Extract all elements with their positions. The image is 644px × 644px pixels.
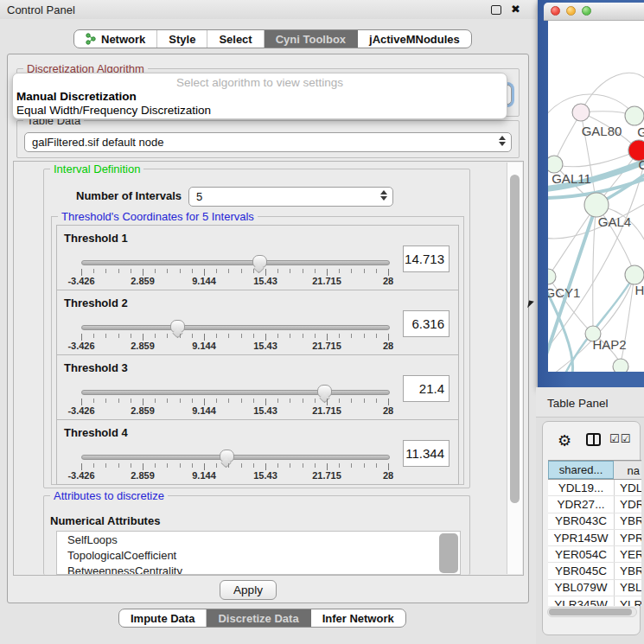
slider-thumb[interactable]: [170, 320, 185, 333]
list-scrollbar[interactable]: [439, 533, 458, 573]
tab-select[interactable]: Select: [207, 30, 264, 48]
tab-style[interactable]: Style: [157, 30, 207, 48]
cell-name[interactable]: YDR2: [615, 496, 641, 512]
zoom-traffic-light[interactable]: [582, 6, 591, 16]
cell-shared-name[interactable]: YBL079W: [548, 580, 615, 596]
gear-icon[interactable]: ⚙: [558, 431, 571, 450]
dropdown-placeholder-item[interactable]: Select algorithm to view settings: [13, 76, 507, 89]
slider-tick: [118, 463, 119, 468]
slider-tick: [241, 463, 242, 468]
number-of-intervals-combobox[interactable]: 5: [188, 187, 393, 207]
slider-tick: [155, 334, 156, 338]
slider-tick: [143, 399, 143, 405]
network-canvas[interactable]: GAL80 G C GAL11 GAL4 GCY1 H HAP2: [548, 21, 644, 372]
table-row[interactable]: YBL079WYBL0: [548, 580, 641, 596]
tab-network[interactable]: Network: [74, 30, 157, 48]
cell-shared-name[interactable]: YLR345W: [548, 596, 615, 606]
select-checkboxes-icon[interactable]: ☑☑: [609, 432, 631, 445]
columns-icon[interactable]: [586, 433, 601, 446]
table-data-combobox[interactable]: galFiltered.sif default node: [24, 132, 512, 152]
cell-name[interactable]: YPR1: [615, 530, 641, 545]
close-icon[interactable]: ✖: [511, 3, 520, 16]
threshold-slider[interactable]: [81, 260, 390, 265]
tab-discretize-data[interactable]: Discretize Data: [207, 609, 310, 627]
threshold-value-field[interactable]: 21.4: [403, 375, 450, 402]
control-panel-title: Control Panel: [7, 3, 75, 16]
threshold-slider[interactable]: [81, 325, 390, 330]
column-header-name[interactable]: na: [614, 461, 641, 479]
bottom-tab-bar: Impute Data Discretize Data Infer Networ…: [118, 609, 406, 628]
threshold-value-field[interactable]: 6.316: [403, 310, 450, 337]
dropdown-item-equal-width[interactable]: Equal Width/Frequency Discretization: [16, 104, 211, 117]
table-row[interactable]: YLR345WYLR3: [548, 596, 641, 606]
table-row[interactable]: YBR043CYBR0: [548, 513, 641, 530]
cell-name[interactable]: YDL1: [615, 480, 641, 495]
cell-shared-name[interactable]: YBR045C: [548, 563, 615, 578]
slider-thumb[interactable]: [220, 450, 234, 462]
table-row[interactable]: YPR145WYPR1: [548, 530, 641, 546]
slider-tick: [364, 334, 365, 338]
table-row[interactable]: YBR045CYBR0: [548, 563, 641, 579]
cell-name[interactable]: YBR0: [615, 563, 641, 578]
slider-tick: [303, 399, 303, 403]
list-item[interactable]: SelfLoops: [57, 532, 460, 547]
cell-shared-name[interactable]: YDL19...: [548, 480, 615, 495]
table-row[interactable]: YER054CYER0: [548, 546, 641, 563]
column-header-shared[interactable]: shared...: [548, 461, 614, 479]
scrollbar-thumb[interactable]: [510, 175, 520, 503]
scrollbar-thumb[interactable]: [549, 609, 632, 615]
cell-shared-name[interactable]: YBR043C: [548, 513, 615, 529]
cell-name[interactable]: YBL0: [615, 580, 641, 596]
slider-tick: [81, 269, 82, 276]
slider-tick: [303, 463, 303, 468]
slider-thumb[interactable]: [317, 385, 332, 398]
slider-thumb[interactable]: [252, 255, 267, 268]
slider-tick: [277, 269, 278, 273]
threshold-value-field[interactable]: 11.344: [403, 440, 450, 467]
numerical-attributes-list[interactable]: SelfLoops TopologicalCoefficient Between…: [56, 531, 461, 575]
table-row[interactable]: YDR27...YDR2: [548, 496, 641, 513]
cell-name[interactable]: YER0: [615, 546, 641, 562]
dropdown-item-manual[interactable]: Manual Discretization: [16, 90, 137, 103]
tab-jactivemnodules[interactable]: jActiveMNodules: [358, 30, 471, 48]
node-table[interactable]: shared... na YDL19...YDL1YDR27...YDR2YBR…: [548, 460, 641, 606]
slider-tick: [253, 269, 254, 273]
slider-tick: [376, 463, 377, 468]
threshold-slider[interactable]: [81, 390, 390, 395]
threshold-label: Threshold 1: [64, 232, 128, 245]
threshold-value-field[interactable]: 14.713: [403, 245, 450, 272]
tick-label: 28: [383, 405, 393, 416]
threshold-slider[interactable]: [81, 455, 390, 460]
interval-definition-title: Interval Definition: [50, 163, 143, 175]
svg-text:GAL11: GAL11: [552, 171, 591, 186]
slider-tick: [192, 399, 193, 403]
slider-tick: [228, 463, 229, 468]
apply-button[interactable]: Apply: [220, 580, 277, 600]
cell-name[interactable]: YLR3: [615, 596, 641, 606]
slider-tick: [253, 463, 254, 468]
list-item[interactable]: BetweennessCentrality: [57, 563, 460, 575]
attributes-group: Attributes to discretize Numerical Attri…: [43, 495, 470, 575]
close-traffic-light[interactable]: [551, 6, 560, 16]
cell-shared-name[interactable]: YER054C: [548, 546, 615, 562]
threshold-label: Threshold 4: [64, 426, 128, 439]
tab-cyni-toolbox[interactable]: Cyni Toolbox: [265, 30, 358, 48]
cell-shared-name[interactable]: YDR27...: [548, 496, 615, 512]
slider-tick: [192, 269, 193, 273]
tab-impute-data[interactable]: Impute Data: [119, 609, 207, 627]
tab-infer-network[interactable]: Infer Network: [311, 609, 405, 627]
float-window-icon[interactable]: [491, 5, 501, 15]
vertical-scrollbar[interactable]: [507, 163, 522, 574]
cell-shared-name[interactable]: YPR145W: [548, 530, 615, 545]
slider-tick: [327, 463, 328, 470]
minimize-traffic-light[interactable]: [566, 6, 576, 16]
horizontal-scrollbar[interactable]: [547, 607, 637, 617]
table-row[interactable]: YDL19...YDL1: [548, 480, 641, 496]
list-item[interactable]: TopologicalCoefficient: [57, 547, 460, 563]
tick-label: 9.144: [192, 276, 216, 286]
slider-tick: [364, 399, 365, 403]
svg-text:GAL4: GAL4: [598, 214, 631, 229]
cell-name[interactable]: YBR0: [615, 513, 641, 529]
table-panel-header: Table Panel: [536, 387, 644, 418]
slider-tick: [93, 463, 94, 468]
